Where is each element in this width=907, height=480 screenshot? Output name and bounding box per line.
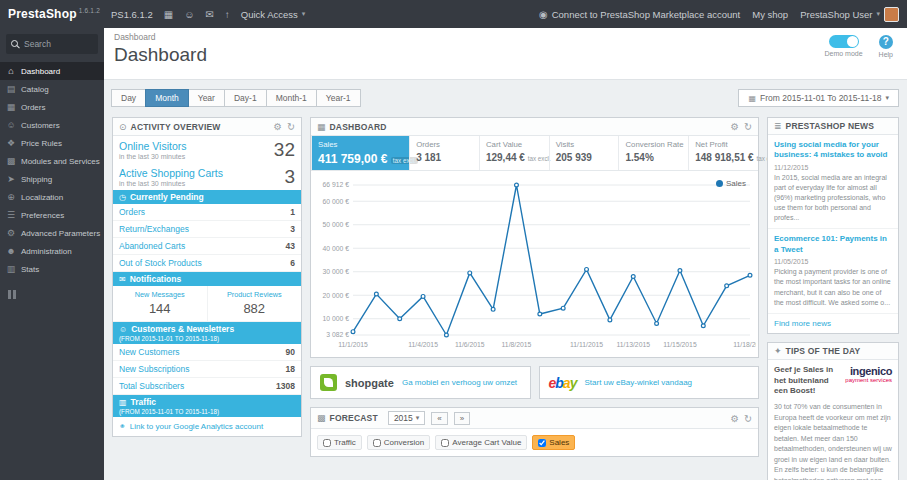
period-button[interactable]: Year-1 [316,89,361,107]
sidebar-item[interactable]: ⊕ Localization [0,188,104,206]
pending-row-link[interactable]: Abandoned Carts [119,241,185,251]
sidebar-item[interactable]: ▩ Modules and Services [0,152,104,170]
forecast-title: FORECAST [330,413,378,423]
kpi-tab[interactable]: Visits 205 939 [549,136,619,170]
chart-legend[interactable]: Sales [716,179,746,188]
dashboard-panel-title: DASHBOARD [330,122,387,132]
prestashop-logo[interactable]: PrestaShop1.6.1.2 [8,7,100,21]
search-input[interactable] [24,39,94,49]
customers-row-value: 18 [286,364,295,374]
forecast-year-select[interactable]: 2015 ▾ [388,411,425,425]
pending-row-link[interactable]: Return/Exchanges [119,224,189,234]
refresh-icon[interactable]: ↻ [744,413,752,424]
refresh-icon[interactable]: ↻ [744,121,752,132]
online-visitors-value: 32 [274,140,295,160]
forecast-legend-checkbox[interactable] [323,439,331,447]
pending-row-link[interactable]: Orders [119,207,145,217]
shopgate-logo-icon [320,374,337,391]
pending-row-link[interactable]: Out of Stock Products [119,258,202,268]
configure-icon[interactable]: ⚙ [731,121,740,132]
demo-mode-toggle[interactable] [829,35,859,48]
sidebar-item[interactable]: ▤ Catalog [0,80,104,98]
breadcrumb[interactable]: Dashboard [114,32,897,42]
activity-icon: ⊙ [119,122,127,132]
user-menu[interactable]: PrestaShop User ▾ [800,7,899,22]
customer-notifications-icon[interactable]: ☺ [184,9,194,20]
marketplace-link[interactable]: ◉ Connect to PrestaShop Marketplace acco… [539,9,740,20]
kpi-tab[interactable]: Sales 411 759,00 € tax excl. [311,136,409,170]
refresh-icon[interactable]: ↻ [287,121,295,132]
forecast-legend-checkbox[interactable] [441,439,449,447]
period-button[interactable]: Month-1 [266,89,317,107]
forecast-legend-item[interactable]: Traffic [317,435,362,450]
svg-text:60 000 €: 60 000 € [323,198,350,205]
shopgate-link[interactable]: Ga mobiel en verhoog uw omzet [402,378,517,388]
ebay-link[interactable]: Start uw eBay-winkel vandaag [584,378,692,388]
sidebar-item[interactable]: ☰ Preferences [0,206,104,224]
google-analytics-link[interactable]: ⚭ Link to your Google Analytics account [113,417,301,436]
truck-icon: ➤ [6,174,16,184]
sidebar-item-label: Stats [21,265,39,274]
kpi-tab[interactable]: Cart Value 129,44 € tax excl. [479,136,549,170]
message-notifications-icon[interactable]: ✉ [205,9,213,20]
period-button[interactable]: Day-1 [224,89,267,107]
notification-cell[interactable]: New Messages 144 [113,286,207,321]
sidebar-item[interactable]: ▥ Stats [0,260,104,278]
customers-row-link[interactable]: New Subscriptions [119,364,189,374]
customers-row-link[interactable]: Total Subscribers [119,381,184,391]
news-articles: Using social media for your business: 4 … [768,135,898,314]
sidebar-item-label: Shipping [21,175,52,184]
svg-text:10 000 €: 10 000 € [323,315,350,322]
online-visitors-row: Online Visitors in the last 30 minutes 3… [113,136,301,163]
forecast-legend-checkbox[interactable] [373,439,381,447]
my-shop-link[interactable]: My shop [752,9,788,20]
cart-icon: ▦ [6,102,16,112]
shop-name[interactable]: PS1.6.1.2 [111,9,153,20]
upgrade-icon[interactable]: ↑ [225,9,230,20]
forecast-legend-checkbox[interactable] [538,439,546,447]
sidebar-collapse-button[interactable] [8,290,96,299]
sidebar-item[interactable]: ➤ Shipping [0,170,104,188]
period-button[interactable]: Year [188,89,225,107]
find-more-news-link[interactable]: Find more news [768,314,898,333]
sidebar-item[interactable]: ❖ Price Rules [0,134,104,152]
customers-row: Total Subscribers 1308 [113,378,301,395]
kpi-tab[interactable]: Orders 3 181 [409,136,479,170]
forecast-legend-item[interactable]: Average Cart Value [435,435,527,450]
caret-down-icon: ▾ [885,94,889,102]
news-title: PRESTASHOP NEWS [786,121,875,131]
puzzle-icon: ▩ [6,156,16,166]
quick-access-menu[interactable]: Quick Access ▾ [241,9,306,20]
period-button[interactable]: Month [145,89,189,107]
article-title-link[interactable]: Ecommerce 101: Payments in a Tweet [774,234,892,255]
configure-icon[interactable]: ⚙ [731,413,740,424]
sidebar-item[interactable]: ☻ Administration [0,242,104,260]
kpi-tab[interactable]: Conversion Rate 1.54% [618,136,688,170]
online-visitors-link[interactable]: Online Visitors [119,140,187,152]
active-carts-row: Active Shopping Carts in the last 30 min… [113,163,301,190]
configure-icon[interactable]: ⚙ [274,121,283,132]
date-range-button[interactable]: ▦ From 2015-11-01 To 2015-11-18 ▾ [738,89,899,107]
sidebar-item[interactable]: ⌂ Dashboard [0,62,104,80]
sidebar-item-label: Dashboard [21,67,60,76]
active-carts-link[interactable]: Active Shopping Carts [119,167,223,179]
kpi-tab[interactable]: Net Profit 148 918,51 € tax excl. [688,136,758,170]
sidebar-item[interactable]: ▦ Orders [0,98,104,116]
forecast-next-button[interactable]: » [454,412,470,425]
sidebar-item[interactable]: ⚙ Advanced Parameters [0,224,104,242]
period-button[interactable]: Day [111,89,146,107]
caret-down-icon: ▾ [876,10,880,18]
help-button[interactable]: ? [879,35,893,49]
marketplace-icon: ◉ [539,9,548,20]
svg-text:11/13/2015: 11/13/2015 [616,341,650,348]
pending-row: Orders 1 [113,204,301,221]
cart-notifications-icon[interactable]: ▦ [164,9,173,20]
forecast-prev-button[interactable]: « [431,412,447,425]
sidebar-item[interactable]: ☺ Customers [0,116,104,134]
forecast-panel: ▩ FORECAST 2015 ▾ « » ⚙ ↻ [310,407,759,457]
article-title-link[interactable]: Using social media for your business: 4 … [774,140,892,161]
customers-row-link[interactable]: New Customers [119,347,179,357]
forecast-legend-item[interactable]: Conversion [367,435,430,450]
forecast-legend-item[interactable]: Sales [532,435,575,450]
notification-cell[interactable]: Product Reviews 882 [207,286,302,321]
